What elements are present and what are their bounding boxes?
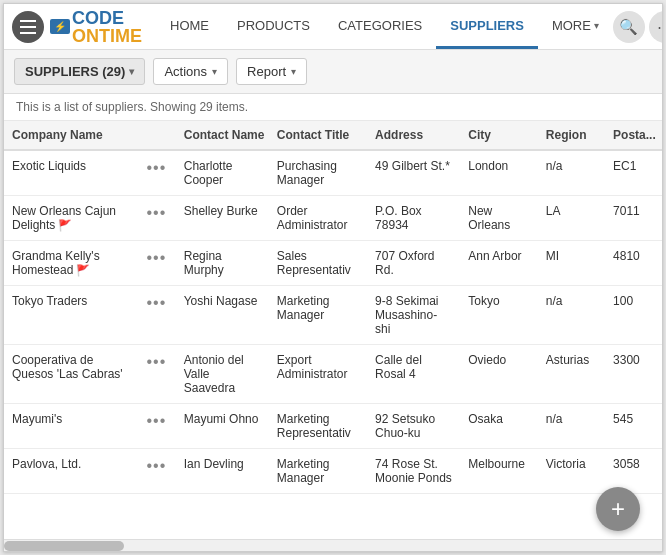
cell-company-5: Mayumi's xyxy=(4,404,138,449)
table-row[interactable]: Mayumi's•••Mayumi OhnoMarketing Represen… xyxy=(4,404,662,449)
cell-company-3: Tokyo Traders xyxy=(4,286,138,345)
table-row[interactable]: New Orleans Cajun Delights🚩•••Shelley Bu… xyxy=(4,196,662,241)
cell-region-6: Victoria xyxy=(538,449,605,494)
cell-row-actions-5[interactable]: ••• xyxy=(138,404,175,449)
cell-city-4: Oviedo xyxy=(460,345,538,404)
suppliers-count-label: SUPPLIERS (29) xyxy=(25,64,125,79)
nav-products[interactable]: PRODUCTS xyxy=(223,4,324,49)
cell-contact-5: Mayumi Ohno xyxy=(176,404,269,449)
cell-contact-6: Ian Devling xyxy=(176,449,269,494)
cell-address-6: 74 Rose St. Moonie Ponds xyxy=(367,449,460,494)
col-city: City xyxy=(460,121,538,150)
cell-row-actions-2[interactable]: ••• xyxy=(138,241,175,286)
cell-company-1: New Orleans Cajun Delights🚩 xyxy=(4,196,138,241)
cell-row-actions-6[interactable]: ••• xyxy=(138,449,175,494)
cell-address-1: P.O. Box 78934 xyxy=(367,196,460,241)
status-text: This is a list of suppliers. Showing 29 … xyxy=(16,100,248,114)
cell-city-5: Osaka xyxy=(460,404,538,449)
actions-chevron: ▾ xyxy=(212,66,217,77)
table-row[interactable]: Exotic Liquids•••Charlotte CooperPurchas… xyxy=(4,150,662,196)
nav-icons: 🔍 ⋯ xyxy=(613,11,663,43)
row-actions-dots[interactable]: ••• xyxy=(146,412,166,430)
table-row[interactable]: Grandma Kelly's Homestead🚩•••Regina Murp… xyxy=(4,241,662,286)
company-name: Exotic Liquids xyxy=(12,159,86,173)
cell-address-3: 9-8 Sekimai Musashino-shi xyxy=(367,286,460,345)
cell-company-2: Grandma Kelly's Homestead🚩 xyxy=(4,241,138,286)
status-bar: This is a list of suppliers. Showing 29 … xyxy=(4,94,662,121)
suppliers-count-button[interactable]: SUPPLIERS (29) ▾ xyxy=(14,58,145,85)
nav-home[interactable]: HOME xyxy=(156,4,223,49)
cell-title-5: Marketing Representativ xyxy=(269,404,367,449)
nav-suppliers[interactable]: SUPPLIERS xyxy=(436,4,538,49)
window-frame: ⚡ CODEONTIME HOME PRODUCTS CATEGORIES SU… xyxy=(3,3,663,552)
cell-row-actions-0[interactable]: ••• xyxy=(138,150,175,196)
logo-icon: ⚡ xyxy=(50,19,70,34)
cell-address-2: 707 Oxford Rd. xyxy=(367,241,460,286)
logo: ⚡ CODEONTIME xyxy=(50,9,142,45)
table-wrapper[interactable]: Company Name Contact Name Contact Title … xyxy=(4,121,662,539)
row-actions-dots[interactable]: ••• xyxy=(146,249,166,267)
flag-icon: 🚩 xyxy=(58,219,72,231)
search-button[interactable]: 🔍 xyxy=(613,11,645,43)
row-actions-dots[interactable]: ••• xyxy=(146,204,166,222)
table-row[interactable]: Tokyo Traders•••Yoshi NagaseMarketing Ma… xyxy=(4,286,662,345)
cell-region-4: Asturias xyxy=(538,345,605,404)
company-name: Tokyo Traders xyxy=(12,294,87,308)
row-actions-dots[interactable]: ••• xyxy=(146,159,166,177)
cell-region-3: n/a xyxy=(538,286,605,345)
row-actions-dots[interactable]: ••• xyxy=(146,353,166,371)
col-contact-name: Contact Name xyxy=(176,121,269,150)
nav-more-chevron: ▾ xyxy=(594,20,599,31)
horizontal-scrollbar-thumb[interactable] xyxy=(4,541,124,551)
cell-postal-0: EC1 xyxy=(605,150,662,196)
cell-row-actions-3[interactable]: ••• xyxy=(138,286,175,345)
report-chevron: ▾ xyxy=(291,66,296,77)
cell-company-6: Pavlova, Ltd. xyxy=(4,449,138,494)
toolbar: SUPPLIERS (29) ▾ Actions ▾ Report ▾ xyxy=(4,50,662,94)
cell-region-0: n/a xyxy=(538,150,605,196)
report-button[interactable]: Report ▾ xyxy=(236,58,307,85)
cell-region-2: MI xyxy=(538,241,605,286)
col-contact-title: Contact Title xyxy=(269,121,367,150)
suppliers-count-chevron: ▾ xyxy=(129,66,134,77)
flag-icon: 🚩 xyxy=(76,264,90,276)
cell-company-0: Exotic Liquids xyxy=(4,150,138,196)
actions-label: Actions xyxy=(164,64,207,79)
actions-button[interactable]: Actions ▾ xyxy=(153,58,228,85)
cell-row-actions-1[interactable]: ••• xyxy=(138,196,175,241)
row-actions-dots[interactable]: ••• xyxy=(146,457,166,475)
logo-text: CODEONTIME xyxy=(72,9,142,45)
cell-title-3: Marketing Manager xyxy=(269,286,367,345)
cell-title-6: Marketing Manager xyxy=(269,449,367,494)
company-name: Mayumi's xyxy=(12,412,62,426)
cell-contact-4: Antonio del Valle Saavedra xyxy=(176,345,269,404)
cell-region-5: n/a xyxy=(538,404,605,449)
cell-postal-2: 4810 xyxy=(605,241,662,286)
horizontal-scrollbar[interactable] xyxy=(4,539,662,551)
nav-categories[interactable]: CATEGORIES xyxy=(324,4,436,49)
cell-row-actions-4[interactable]: ••• xyxy=(138,345,175,404)
col-postal: Posta... xyxy=(605,121,662,150)
cell-title-0: Purchasing Manager xyxy=(269,150,367,196)
cell-contact-2: Regina Murphy xyxy=(176,241,269,286)
cell-address-0: 49 Gilbert St.* xyxy=(367,150,460,196)
cell-postal-5: 545 xyxy=(605,404,662,449)
table-row[interactable]: Cooperativa de Quesos 'Las Cabras'•••Ant… xyxy=(4,345,662,404)
nav-more[interactable]: MORE ▾ xyxy=(538,4,613,49)
row-actions-dots[interactable]: ••• xyxy=(146,294,166,312)
cell-title-4: Export Administrator xyxy=(269,345,367,404)
hamburger-button[interactable] xyxy=(12,11,44,43)
cell-postal-4: 3300 xyxy=(605,345,662,404)
cell-city-0: London xyxy=(460,150,538,196)
cell-address-5: 92 Setsuko Chuo-ku xyxy=(367,404,460,449)
more-options-icon: ⋯ xyxy=(657,18,663,36)
company-name: Cooperativa de Quesos 'Las Cabras' xyxy=(12,353,123,381)
table-header-row: Company Name Contact Name Contact Title … xyxy=(4,121,662,150)
cell-title-2: Sales Representativ xyxy=(269,241,367,286)
cell-region-1: LA xyxy=(538,196,605,241)
cell-company-4: Cooperativa de Quesos 'Las Cabras' xyxy=(4,345,138,404)
fab-add-button[interactable]: + xyxy=(596,487,640,531)
content-area: This is a list of suppliers. Showing 29 … xyxy=(4,94,662,551)
more-options-button[interactable]: ⋯ xyxy=(649,11,663,43)
table-row[interactable]: Pavlova, Ltd.•••Ian DevlingMarketing Man… xyxy=(4,449,662,494)
